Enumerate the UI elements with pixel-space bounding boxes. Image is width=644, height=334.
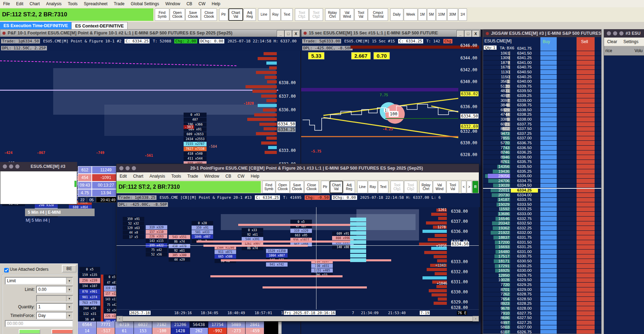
dom-price[interactable]: 6341.50: [511, 51, 538, 56]
toolbar-button-r[interactable]: R: [472, 181, 478, 193]
dom-price[interactable]: 6340.25: [511, 75, 538, 79]
lavender-level-line[interactable]: [0, 90, 278, 91]
toolbar-button-close-cbook[interactable]: Close Cbook: [304, 181, 319, 193]
dom-price[interactable]: 6339.50: [511, 89, 538, 93]
dom-price[interactable]: 6339.25: [511, 93, 538, 98]
dom-price[interactable]: 6335.75: [511, 160, 538, 164]
tape-menu-cha[interactable]: Cha: [642, 39, 644, 44]
toolbar-button-ptr[interactable]: Ptr: [219, 8, 228, 21]
dom-price[interactable]: 6331.00: [511, 250, 538, 254]
minimize-button[interactable]: _: [457, 30, 464, 37]
toolbar-button-rplay-chrt[interactable]: Rplay Chrt: [325, 8, 340, 21]
toolbar-button--[interactable]: >: [467, 181, 472, 193]
toolbar-button-1h[interactable]: 1H: [458, 8, 467, 21]
dom-price[interactable]: 6333.50: [511, 202, 538, 207]
toolbar-button-val-wind[interactable]: Val Wind: [340, 8, 354, 21]
menu-item-help[interactable]: Help: [209, 1, 224, 6]
dom-price[interactable]: 6329.25: [511, 283, 538, 287]
close-button[interactable]: X: [472, 30, 480, 37]
sec15-titlebar[interactable]: 15 sec ESU5.CME[M] 15 Sec #15 L:1 | E-MI…: [301, 29, 481, 37]
dom-row[interactable]: 79106327.75: [483, 311, 601, 316]
limit-price-input[interactable]: 0.00 ▼: [36, 286, 73, 293]
toolbar-button-tool-cfg1[interactable]: Tool Cfg1: [295, 8, 309, 21]
dom-row[interactable]: 190396334.50: [483, 183, 601, 188]
dom-row[interactable]: 94736337.25: [483, 131, 601, 136]
magenta-dashed-trendline[interactable]: [0, 60, 236, 66]
toolbar-button-ptr[interactable]: Ptr: [321, 181, 329, 193]
close-button[interactable]: X: [292, 30, 300, 37]
dom-price[interactable]: 6338.75: [511, 103, 538, 107]
menu-item-window[interactable]: Window: [162, 1, 183, 6]
dom-price[interactable]: 6327.75: [511, 311, 538, 316]
dom-row[interactable]: 100286329.50: [483, 278, 601, 283]
dom-price[interactable]: 6340.50: [511, 70, 538, 74]
toolbar-button-rplay-chrt[interactable]: Rplay Chrt: [419, 181, 433, 193]
dom-row[interactable]: 175176330.75: [483, 254, 601, 259]
order-type-select[interactable]: Limit ▼: [5, 277, 73, 285]
toolbar-button-tool-cfg2[interactable]: Tool Cfg2: [309, 8, 323, 21]
dom-row[interactable]: 10616341.50: [483, 51, 601, 56]
dom-row[interactable]: 150296333.50: [483, 202, 601, 207]
dom-row[interactable]: 89466336.00: [483, 155, 601, 160]
dom-price[interactable]: 6333.75: [511, 197, 538, 202]
dom-price[interactable]: 6339.75: [511, 84, 538, 89]
toolbar-button-chart-val[interactable]: Chart Val: [330, 181, 343, 193]
main-window-titlebar[interactable]: P&F 10-1 Footprint ESU5.CME[M] Point & F…: [0, 29, 300, 37]
toolbar-button--[interactable]: <: [461, 181, 466, 193]
toolbar-button-adj-reg[interactable]: Adj Reg: [343, 181, 355, 193]
menu-item-cw[interactable]: CW: [195, 1, 209, 6]
dom-row[interactable]: 78556337.00: [483, 136, 601, 141]
price-column-header[interactable]: rice: [605, 48, 612, 53]
dom-price[interactable]: 6330.25: [511, 264, 538, 268]
toolbar-button-line[interactable]: Line: [258, 8, 270, 21]
dom-row[interactable]: 77436336.50: [483, 146, 601, 150]
dom-row[interactable]: 13096341.25: [483, 56, 601, 60]
dom-row[interactable]: 87616335.75: [483, 160, 601, 164]
dom-price[interactable]: 6332.75: [511, 217, 538, 221]
dom-price[interactable]: 6326.75: [511, 330, 538, 334]
dom-titlebar[interactable]: JIGSAW ESU5.CME[M] #3 | E-MINI S&P 500 F…: [483, 30, 601, 37]
chevron-down-icon[interactable]: ▼: [66, 312, 72, 319]
window-circle-icon[interactable]: [613, 31, 617, 35]
dom-row[interactable]: 181716330.50: [483, 259, 601, 264]
dom-row[interactable]: 193626332.25: [483, 226, 601, 231]
toolbar-button-tool-cfg2[interactable]: Tool Cfg2: [404, 181, 417, 193]
dom-price[interactable]: 6334.00: [511, 193, 538, 197]
window-circle-icon[interactable]: [119, 166, 123, 170]
dom-price[interactable]: 6329.75: [511, 273, 538, 278]
quantity-stepper[interactable]: 1 ▼: [36, 303, 73, 311]
small-window-titlebar[interactable]: ESU5.CME[M] #3: [0, 162, 77, 171]
toolbar-button-5m[interactable]: 5M: [427, 8, 436, 21]
chevron-down-icon[interactable]: ▼: [66, 286, 72, 293]
chevron-down-icon[interactable]: ▼: [66, 304, 72, 310]
dom-price[interactable]: 6330.00: [511, 268, 538, 273]
dom-price[interactable]: 6334.75: [511, 179, 538, 183]
toolbar-button-val-wind[interactable]: Val Wind: [433, 181, 446, 193]
dom-row[interactable]: 18796341.00: [483, 60, 601, 65]
dom-row[interactable]: 141876333.75: [483, 197, 601, 202]
sell-button[interactable]: [51, 329, 73, 334]
toolbar-button-line[interactable]: Line: [357, 181, 368, 193]
dom-price[interactable]: 6328.25: [511, 301, 538, 306]
dom-row[interactable]: 47446338.25: [483, 112, 601, 117]
dom-row[interactable]: 96786328.00: [483, 306, 601, 311]
toolbar-button-week[interactable]: Week: [404, 8, 418, 21]
dom-row[interactable]: 33896338.00: [483, 117, 601, 122]
minimize-button[interactable]: _: [277, 30, 284, 37]
dom-price[interactable]: 6336.50: [511, 146, 538, 150]
toolbar-button-ray[interactable]: Ray: [368, 181, 378, 193]
dom-price[interactable]: 6332.25: [511, 226, 538, 230]
overlay-chart-canvas[interactable]: 359 x9152 x32129 x6344 x817 x5319 x32915…: [116, 207, 479, 309]
window-circle-icon[interactable]: [619, 31, 623, 35]
overlay-menu-trade[interactable]: Trade: [184, 174, 201, 179]
dom-price[interactable]: 6332.50: [511, 221, 538, 226]
window-circle-icon[interactable]: [3, 164, 7, 169]
dom-price[interactable]: 6332.00: [511, 230, 538, 235]
overlay-titlebar[interactable]: 20-1 PointFigure ESU5.CME [CB][M] Point …: [116, 164, 479, 172]
fivemin-titlebar[interactable]: 5 Min #4 | E-MINI: [25, 209, 95, 216]
toolbar-button-cmpct-toolval[interactable]: Cmpct ToolVal: [368, 8, 388, 21]
toolbar-button-find-symb[interactable]: Find Symb: [155, 8, 169, 21]
dom-price[interactable]: 6331.75: [511, 235, 538, 240]
tape-menu-settings[interactable]: Settings: [620, 39, 642, 44]
toolbar-button-open-cbook[interactable]: Open Cbook: [170, 8, 185, 21]
